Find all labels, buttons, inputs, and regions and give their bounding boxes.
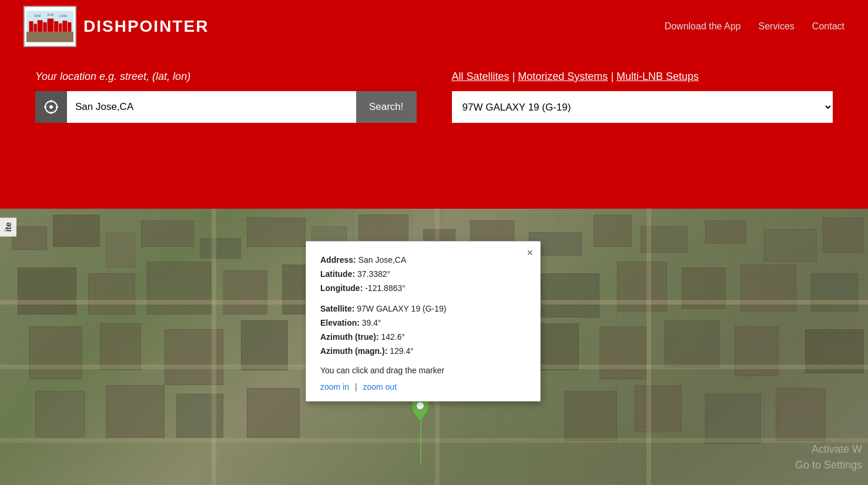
svg-rect-4: [33, 24, 36, 32]
svg-point-16: [49, 105, 53, 109]
logo-image: 82W 91W 110W: [24, 6, 76, 47]
svg-rect-3: [29, 21, 33, 32]
satellite-label-all[interactable]: All Satellites: [452, 71, 510, 82]
svg-rect-6: [43, 22, 46, 32]
svg-rect-7: [48, 19, 54, 32]
satellite-label: All Satellites | Motorized Systems | Mul…: [452, 71, 833, 83]
svg-rect-2: [26, 32, 73, 42]
nav-links: Download the App Services Contact: [665, 21, 844, 32]
svg-rect-5: [38, 20, 43, 32]
popup-longitude: Longitude: -121.8863°: [320, 282, 526, 296]
popup-elevation-label: Elevation:: [320, 318, 360, 327]
separator2: |: [608, 71, 616, 82]
svg-rect-10: [62, 21, 67, 32]
popup-longitude-label: Longitude:: [320, 283, 363, 293]
svg-point-21: [417, 402, 424, 409]
location-input[interactable]: [67, 91, 356, 123]
marker-line: [420, 417, 421, 464]
search-button[interactable]: Search!: [356, 91, 417, 123]
svg-rect-11: [68, 22, 71, 32]
popup-azimuth-true-value: 142.6°: [381, 332, 405, 342]
popup-longitude-value: -121.8863°: [365, 283, 405, 293]
svg-text:91W: 91W: [48, 13, 55, 16]
popup-elevation: Elevation: 39.4°: [320, 316, 526, 330]
activate-watermark: Activate W Go to Settings: [795, 441, 862, 473]
map-section: ite × Address: San Jose,CA Latitude: 37.…: [0, 209, 868, 485]
popup-link-separator: |: [355, 382, 357, 392]
popup-hint: You can click and drag the marker: [320, 366, 526, 375]
logo-area: 82W 91W 110W DISHPOINTER: [24, 6, 209, 47]
popup-satellite-label: Satellite:: [320, 304, 354, 313]
svg-rect-9: [59, 24, 62, 32]
separator1: |: [510, 71, 518, 82]
zoom-in-link[interactable]: zoom in: [320, 382, 349, 392]
gps-icon: [43, 99, 59, 115]
satellite-select[interactable]: 97W GALAXY 19 (G-19) All Satellites Moto…: [452, 91, 833, 123]
popup-address-label: Address:: [320, 255, 356, 265]
nav-download[interactable]: Download the App: [665, 21, 741, 32]
popup-azimuth-true-label: Azimuth (true):: [320, 332, 379, 342]
popup-latitude-value: 37.3382°: [357, 269, 390, 279]
logo-svg: 82W 91W 110W: [26, 9, 73, 44]
popup-azimuth-true: Azimuth (true): 142.6°: [320, 330, 526, 344]
satellite-label-motorized[interactable]: Motorized Systems: [518, 71, 608, 82]
location-col: Your location e.g. street, (lat, lon) Se…: [35, 71, 417, 123]
location-input-row: Search!: [35, 91, 417, 123]
popup-azimuth-magn-label: Azimuth (magn.):: [320, 346, 387, 356]
popup-satellite-value: 97W GALAXY 19 (G-19): [357, 304, 446, 313]
nav-services[interactable]: Services: [759, 21, 795, 32]
header: 82W 91W 110W DISHPOINTER Download the Ap…: [0, 0, 868, 209]
gps-button[interactable]: [35, 91, 67, 123]
popup-links: zoom in | zoom out: [320, 382, 526, 392]
popup-latitude: Latitude: 37.3382°: [320, 267, 526, 282]
satellite-col: All Satellites | Motorized Systems | Mul…: [452, 71, 833, 123]
location-label: Your location e.g. street, (lat, lon): [35, 71, 417, 83]
activate-line1: Activate W: [795, 441, 862, 457]
map-sidebar-label: ite: [0, 218, 16, 236]
popup-close-button[interactable]: ×: [527, 247, 533, 258]
popup-latitude-label: Latitude:: [320, 269, 355, 279]
map-background[interactable]: ite × Address: San Jose,CA Latitude: 37.…: [0, 209, 868, 485]
svg-rect-8: [54, 21, 58, 32]
nav-bar: 82W 91W 110W DISHPOINTER Download the Ap…: [0, 0, 868, 53]
info-popup: × Address: San Jose,CA Latitude: 37.3382…: [306, 241, 541, 402]
zoom-out-link[interactable]: zoom out: [363, 382, 397, 392]
popup-elevation-value: 39.4°: [362, 318, 381, 327]
popup-address: Address: San Jose,CA: [320, 253, 526, 267]
activate-line2: Go to Settings: [795, 457, 862, 473]
popup-spacer1: [320, 295, 526, 302]
popup-azimuth-magn-value: 129.4°: [390, 346, 414, 356]
satellite-label-multi[interactable]: Multi-LNB Setups: [616, 71, 699, 82]
nav-contact[interactable]: Contact: [812, 21, 844, 32]
site-title: DISHPOINTER: [83, 17, 209, 36]
popup-satellite: Satellite: 97W GALAXY 19 (G-19): [320, 302, 526, 316]
svg-text:82W: 82W: [34, 14, 41, 18]
svg-text:110W: 110W: [59, 14, 68, 18]
search-section: Your location e.g. street, (lat, lon) Se…: [0, 53, 868, 135]
popup-azimuth-magn: Azimuth (magn.): 129.4°: [320, 344, 526, 359]
popup-address-value: San Jose,CA: [358, 255, 407, 265]
